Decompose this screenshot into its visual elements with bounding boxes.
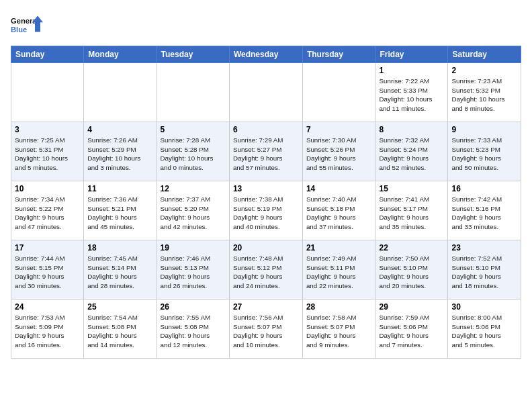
day-number: 16: [451, 184, 517, 193]
day-info: Sunrise: 7:52 AM Sunset: 5:10 PM Dayligh…: [451, 254, 517, 291]
calendar-cell: 27Sunrise: 7:56 AM Sunset: 5:07 PM Dayli…: [229, 300, 302, 359]
day-number: 12: [161, 184, 226, 193]
calendar-week-row: 10Sunrise: 7:34 AM Sunset: 5:22 PM Dayli…: [11, 181, 521, 240]
day-number: 25: [87, 302, 152, 312]
day-info: Sunrise: 7:44 AM Sunset: 5:15 PM Dayligh…: [15, 254, 80, 291]
day-info: Sunrise: 7:55 AM Sunset: 5:08 PM Dayligh…: [161, 313, 226, 350]
weekday-header: Sunday: [11, 46, 84, 63]
day-info: Sunrise: 7:38 AM Sunset: 5:19 PM Dayligh…: [233, 195, 299, 232]
day-number: 11: [87, 184, 152, 193]
day-number: 5: [161, 125, 226, 134]
calendar-cell: 20Sunrise: 7:48 AM Sunset: 5:12 PM Dayli…: [229, 240, 302, 300]
calendar-cell: [84, 63, 157, 122]
calendar-table: SundayMondayTuesdayWednesdayThursdayFrid…: [11, 46, 521, 359]
calendar-cell: 9Sunrise: 7:33 AM Sunset: 5:23 PM Daylig…: [448, 122, 521, 181]
calendar-cell: 10Sunrise: 7:34 AM Sunset: 5:22 PM Dayli…: [11, 181, 84, 240]
day-info: Sunrise: 7:26 AM Sunset: 5:29 PM Dayligh…: [87, 136, 152, 173]
day-info: Sunrise: 7:50 AM Sunset: 5:10 PM Dayligh…: [379, 254, 444, 291]
day-number: 15: [379, 184, 444, 193]
day-info: Sunrise: 7:33 AM Sunset: 5:23 PM Dayligh…: [451, 136, 517, 173]
day-info: Sunrise: 7:59 AM Sunset: 5:06 PM Dayligh…: [379, 313, 444, 350]
day-number: 8: [379, 125, 444, 134]
day-info: Sunrise: 7:34 AM Sunset: 5:22 PM Dayligh…: [15, 195, 80, 232]
day-info: Sunrise: 7:28 AM Sunset: 5:28 PM Dayligh…: [161, 136, 226, 173]
calendar-cell: 23Sunrise: 7:52 AM Sunset: 5:10 PM Dayli…: [448, 240, 521, 300]
calendar-cell: 1Sunrise: 7:22 AM Sunset: 5:33 PM Daylig…: [375, 63, 448, 122]
day-number: 13: [233, 184, 299, 193]
calendar-cell: 7Sunrise: 7:30 AM Sunset: 5:26 PM Daylig…: [302, 122, 375, 181]
day-info: Sunrise: 8:00 AM Sunset: 5:06 PM Dayligh…: [451, 313, 517, 350]
calendar-cell: 2Sunrise: 7:23 AM Sunset: 5:32 PM Daylig…: [448, 63, 521, 122]
calendar-week-row: 17Sunrise: 7:44 AM Sunset: 5:15 PM Dayli…: [11, 240, 521, 300]
day-number: 7: [306, 125, 372, 134]
calendar-cell: 17Sunrise: 7:44 AM Sunset: 5:15 PM Dayli…: [11, 240, 84, 300]
day-number: 24: [15, 302, 80, 312]
day-number: 21: [306, 243, 372, 253]
calendar-cell: 4Sunrise: 7:26 AM Sunset: 5:29 PM Daylig…: [84, 122, 157, 181]
calendar-cell: 25Sunrise: 7:54 AM Sunset: 5:08 PM Dayli…: [84, 300, 157, 359]
calendar-cell: 8Sunrise: 7:32 AM Sunset: 5:24 PM Daylig…: [375, 122, 448, 181]
day-number: 17: [15, 243, 80, 253]
calendar-cell: 24Sunrise: 7:53 AM Sunset: 5:09 PM Dayli…: [11, 300, 84, 359]
day-info: Sunrise: 7:41 AM Sunset: 5:17 PM Dayligh…: [379, 195, 444, 232]
day-number: 30: [451, 302, 517, 312]
calendar-week-row: 3Sunrise: 7:25 AM Sunset: 5:31 PM Daylig…: [11, 122, 521, 181]
calendar-cell: 15Sunrise: 7:41 AM Sunset: 5:17 PM Dayli…: [375, 181, 448, 240]
calendar-cell: 16Sunrise: 7:42 AM Sunset: 5:16 PM Dayli…: [448, 181, 521, 240]
weekday-header: Friday: [375, 46, 448, 63]
day-number: 20: [233, 243, 299, 253]
day-info: Sunrise: 7:56 AM Sunset: 5:07 PM Dayligh…: [233, 313, 299, 350]
calendar-cell: 13Sunrise: 7:38 AM Sunset: 5:19 PM Dayli…: [229, 181, 302, 240]
weekday-header: Tuesday: [157, 46, 229, 63]
calendar-cell: 12Sunrise: 7:37 AM Sunset: 5:20 PM Dayli…: [157, 181, 229, 240]
svg-text:Blue: Blue: [11, 26, 27, 34]
day-number: 19: [161, 243, 226, 253]
day-info: Sunrise: 7:22 AM Sunset: 5:33 PM Dayligh…: [379, 77, 444, 113]
weekday-header: Saturday: [448, 46, 521, 63]
day-number: 26: [161, 302, 226, 312]
day-info: Sunrise: 7:37 AM Sunset: 5:20 PM Dayligh…: [161, 195, 226, 232]
calendar-cell: 11Sunrise: 7:36 AM Sunset: 5:21 PM Dayli…: [84, 181, 157, 240]
day-info: Sunrise: 7:46 AM Sunset: 5:13 PM Dayligh…: [161, 254, 226, 291]
page-header: General Blue: [11, 11, 521, 40]
day-number: 22: [379, 243, 444, 253]
day-info: Sunrise: 7:30 AM Sunset: 5:26 PM Dayligh…: [306, 136, 372, 173]
logo: General Blue: [11, 11, 43, 40]
calendar-cell: 14Sunrise: 7:40 AM Sunset: 5:18 PM Dayli…: [302, 181, 375, 240]
calendar-cell: 6Sunrise: 7:29 AM Sunset: 5:27 PM Daylig…: [229, 122, 302, 181]
day-info: Sunrise: 7:23 AM Sunset: 5:32 PM Dayligh…: [451, 77, 517, 113]
calendar-cell: 28Sunrise: 7:58 AM Sunset: 5:07 PM Dayli…: [302, 300, 375, 359]
day-number: 2: [451, 66, 517, 75]
day-number: 18: [87, 243, 152, 253]
calendar-cell: [157, 63, 229, 122]
calendar-week-row: 1Sunrise: 7:22 AM Sunset: 5:33 PM Daylig…: [11, 63, 521, 122]
calendar-cell: 19Sunrise: 7:46 AM Sunset: 5:13 PM Dayli…: [157, 240, 229, 300]
day-info: Sunrise: 7:29 AM Sunset: 5:27 PM Dayligh…: [233, 136, 299, 173]
weekday-header: Thursday: [302, 46, 375, 63]
weekday-header: Monday: [84, 46, 157, 63]
day-info: Sunrise: 7:53 AM Sunset: 5:09 PM Dayligh…: [15, 313, 80, 350]
logo-svg: General Blue: [11, 11, 43, 40]
day-number: 28: [306, 302, 372, 312]
day-info: Sunrise: 7:40 AM Sunset: 5:18 PM Dayligh…: [306, 195, 372, 232]
calendar-cell: [302, 63, 375, 122]
day-info: Sunrise: 7:45 AM Sunset: 5:14 PM Dayligh…: [87, 254, 152, 291]
calendar-cell: 30Sunrise: 8:00 AM Sunset: 5:06 PM Dayli…: [448, 300, 521, 359]
calendar-cell: [229, 63, 302, 122]
day-number: 10: [15, 184, 80, 193]
calendar-cell: 26Sunrise: 7:55 AM Sunset: 5:08 PM Dayli…: [157, 300, 229, 359]
day-info: Sunrise: 7:54 AM Sunset: 5:08 PM Dayligh…: [87, 313, 152, 350]
day-info: Sunrise: 7:32 AM Sunset: 5:24 PM Dayligh…: [379, 136, 444, 173]
day-number: 9: [451, 125, 517, 134]
day-number: 23: [451, 243, 517, 253]
day-number: 4: [87, 125, 152, 134]
weekday-header: Wednesday: [229, 46, 302, 63]
calendar-cell: 5Sunrise: 7:28 AM Sunset: 5:28 PM Daylig…: [157, 122, 229, 181]
day-info: Sunrise: 7:36 AM Sunset: 5:21 PM Dayligh…: [87, 195, 152, 232]
day-info: Sunrise: 7:58 AM Sunset: 5:07 PM Dayligh…: [306, 313, 372, 350]
day-number: 14: [306, 184, 372, 193]
calendar-cell: [11, 63, 84, 122]
day-number: 1: [379, 66, 444, 75]
day-info: Sunrise: 7:48 AM Sunset: 5:12 PM Dayligh…: [233, 254, 299, 291]
calendar-cell: 29Sunrise: 7:59 AM Sunset: 5:06 PM Dayli…: [375, 300, 448, 359]
